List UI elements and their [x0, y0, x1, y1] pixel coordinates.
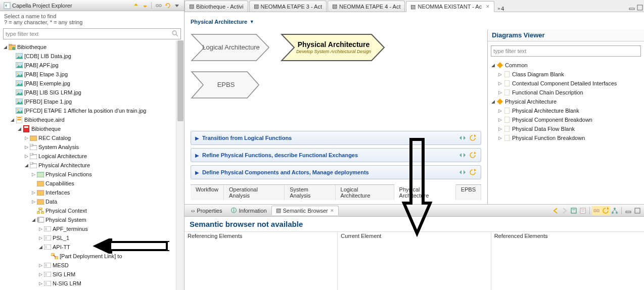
search-icon[interactable] [172, 30, 179, 37]
forward-icon[interactable] [560, 206, 569, 215]
expand-icon[interactable]: ▷ [37, 235, 43, 241]
diagram-kind[interactable]: ▷Contextual Component Detailed Interface… [488, 79, 644, 88]
expand-icon[interactable]: ◢ [490, 62, 496, 68]
expand-icon[interactable]: ◢ [37, 244, 43, 250]
bottom-tab-la[interactable]: Logical Architecture [336, 185, 394, 200]
minimize-icon[interactable] [628, 4, 636, 12]
expand-icon[interactable]: ▷ [37, 226, 43, 232]
part-deployment-link[interactable]: [Part Deployment Link] to [0, 252, 184, 261]
physical-system[interactable]: ◢Physical System [0, 215, 184, 224]
dropdown-icon[interactable]: ▼ [250, 19, 254, 24]
expand-icon[interactable]: ▷ [497, 126, 503, 132]
expand-icon[interactable]: ◢ [23, 162, 29, 168]
capabilities[interactable]: Capabilities [0, 179, 184, 188]
apf-terminus[interactable]: ▷APF_terminus [0, 224, 184, 233]
physical-architecture[interactable]: ◢Physical Architecture [0, 161, 184, 170]
expand-icon[interactable]: ▷ [23, 153, 29, 159]
expand-icon[interactable]: ◢ [9, 117, 15, 123]
data[interactable]: ▷Data [0, 197, 184, 206]
rec-catalog[interactable]: ▷REC Catalog [0, 133, 184, 142]
maximize-icon[interactable] [633, 206, 642, 215]
physical-context[interactable]: Physical Context [0, 206, 184, 215]
diagram-kind[interactable]: ▷Physical Architecture Blank [488, 106, 644, 115]
editor-tab-active[interactable]: ▧NEOMMA EXISTANT - Ac✕ [406, 1, 494, 12]
diagram-kind[interactable]: ▷Functional Chain Description [488, 88, 644, 97]
refresh-icon[interactable] [469, 134, 477, 142]
n-sig-lrm[interactable]: ▷N-SIG LRM [0, 279, 184, 288]
tab-overflow[interactable]: »4 [497, 6, 504, 12]
psl-1[interactable]: ▷PSL_1 [0, 233, 184, 243]
logical-architecture[interactable]: ▷Logical Architecture [0, 152, 184, 161]
editor-tab[interactable]: ▧Bibiotheque - Activi [185, 1, 248, 12]
expand-all-icon[interactable] [141, 2, 149, 10]
expand-icon[interactable]: ▷ [37, 280, 43, 286]
information-tab[interactable]: ⓘInformation [226, 205, 271, 216]
sync-icon[interactable] [458, 151, 467, 159]
expand-icon[interactable]: ▷ [497, 117, 503, 123]
diagrams-common[interactable]: ◢Common [488, 61, 644, 70]
tree-icon[interactable] [610, 206, 619, 215]
expand-icon[interactable]: ▷ [497, 89, 503, 95]
collapse-all-icon[interactable] [132, 2, 140, 10]
refresh-icon[interactable] [601, 206, 610, 215]
back-icon[interactable] [551, 206, 560, 215]
bottom-tab-pa[interactable]: Physical Architecture [394, 184, 456, 200]
image-file[interactable]: [PAB] LIB SIG LRM.jpg [0, 88, 184, 97]
image-file[interactable]: [CDB] LIB Data.jpg [0, 52, 184, 61]
bottom-tab-sa[interactable]: System Analysis [285, 185, 335, 200]
link-icon[interactable] [592, 206, 601, 215]
expand-icon[interactable]: ▷ [497, 71, 503, 77]
physical-functions[interactable]: ▷Physical Functions [0, 170, 184, 179]
maximize-icon[interactable] [636, 4, 644, 12]
model-node[interactable]: ◢Bibiotheque [0, 124, 184, 133]
editor-tab[interactable]: ▧NEOMMA ETAPE 3 - Act [249, 1, 327, 12]
chevron-physical[interactable]: Physical Architecture Develop System Arc… [281, 33, 361, 62]
image-file[interactable]: [PAB] APF.jpg [0, 61, 184, 70]
expand-icon[interactable]: ◢ [490, 99, 496, 105]
close-icon[interactable]: ✕ [486, 4, 490, 9]
diagram-kind[interactable]: ▷Class Diagram Blank [488, 70, 644, 79]
filter-icon[interactable] [578, 206, 587, 215]
image-file[interactable]: [PFCD] ETAPE 1 Afficher la position d'un… [0, 106, 184, 115]
accordion-item[interactable]: ▶ Refine Physical Functions, describe Fu… [191, 148, 481, 162]
diagram-kind[interactable]: ▷Physical Data Flow Blank [488, 124, 644, 133]
expand-icon[interactable]: ▷ [497, 80, 503, 86]
sync-icon[interactable] [458, 134, 467, 142]
expand-icon[interactable]: ◢ [30, 217, 36, 223]
accordion-item[interactable]: ▶ Define Physical Components and Actors,… [191, 165, 481, 179]
bottom-tab-workflow[interactable]: Workflow [191, 185, 224, 200]
refresh-icon[interactable] [164, 2, 172, 10]
expand-icon[interactable]: ▷ [37, 271, 43, 277]
expand-icon[interactable]: ▷ [30, 189, 36, 196]
sync-icon[interactable] [458, 168, 467, 176]
properties-tab[interactable]: ‹›Properties [187, 206, 226, 215]
home-icon[interactable] [569, 206, 578, 215]
bottom-tab-oa[interactable]: Operational Analysis [224, 185, 285, 200]
filter-input[interactable] [3, 28, 181, 39]
view-menu-icon[interactable] [173, 2, 181, 10]
project-node[interactable]: ◢ Bibiotheque [0, 42, 184, 52]
expand-icon[interactable]: ◢ [2, 44, 8, 50]
expand-icon[interactable]: ▷ [30, 171, 36, 177]
accordion-item[interactable]: ▶ Transition from Logical Functions [191, 131, 481, 145]
chevron-epbs[interactable]: EPBS [191, 71, 261, 99]
api-tt[interactable]: ◢API-TT [0, 243, 184, 252]
semantic-browser-tab[interactable]: ▧Semantic Browser✕ [271, 206, 339, 215]
close-icon[interactable]: ✕ [330, 208, 334, 213]
refresh-icon[interactable] [469, 168, 477, 176]
diagram-kind[interactable]: ▷Physical Function Breakdown [488, 133, 644, 142]
system-analysis[interactable]: ▷System Analysis [0, 142, 184, 152]
image-file[interactable]: [PAB] Exemple.jpg [0, 79, 184, 88]
link-with-editor-icon[interactable] [155, 2, 163, 10]
expand-icon[interactable]: ▷ [497, 135, 503, 141]
diagram-kind[interactable]: ▷Physical Component Breakdown [488, 115, 644, 124]
chevron-logical[interactable]: Logical Architecture [191, 33, 271, 62]
expand-icon[interactable]: ▷ [23, 135, 29, 141]
scrollbar[interactable] [176, 40, 184, 290]
expand-icon[interactable]: ▷ [497, 108, 503, 114]
minimize-icon[interactable] [624, 206, 633, 215]
editor-tab[interactable]: ▧NEOMMA ETAPE 4 - Act [328, 1, 405, 12]
expand-icon[interactable]: ▷ [23, 144, 29, 150]
page-title[interactable]: Physical Architecture ▼ [191, 16, 254, 26]
diagrams-pa[interactable]: ◢Physical Architecture [488, 97, 644, 106]
